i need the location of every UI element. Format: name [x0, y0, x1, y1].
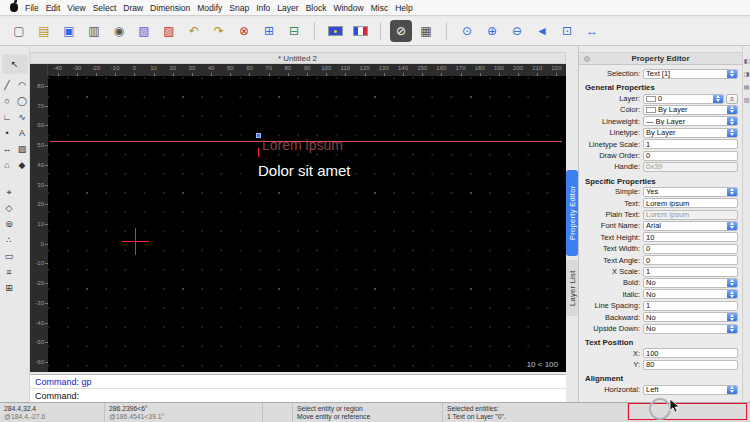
property-font-name-control[interactable]: Arial [643, 221, 738, 231]
property-text-height-control[interactable]: 10 [643, 232, 738, 242]
redo-button[interactable]: ↷ [208, 20, 230, 42]
menu-info[interactable]: Info [256, 3, 270, 13]
property-linetype-control[interactable]: By Layer [643, 128, 738, 138]
menu-edit[interactable]: Edit [46, 3, 61, 13]
shape-tools-button[interactable]: ⌂ [0, 158, 14, 173]
property-value: 0 [644, 244, 737, 253]
menu-modify[interactable]: Modify [197, 3, 222, 13]
dropdown-stepper-icon [727, 105, 737, 115]
tricolor-flag-button[interactable] [349, 20, 371, 42]
menu-layer[interactable]: Layer [277, 3, 298, 13]
property-text-control[interactable]: Lorem ipsum [643, 198, 738, 208]
property-simple-control[interactable]: Yes [643, 187, 738, 197]
menu-window[interactable]: Window [333, 3, 363, 13]
menu-misc[interactable]: Misc [371, 3, 388, 13]
grid-toggle-button[interactable]: ▦ [415, 20, 437, 42]
order-tools-button[interactable]: ≡ [2, 265, 16, 280]
menu-snap[interactable]: Snap [229, 3, 249, 13]
arc-tools-button[interactable]: ◠ [15, 78, 29, 93]
property-bold-control[interactable]: No [643, 278, 738, 288]
selection-handle[interactable] [256, 133, 261, 138]
modify-tools-button[interactable]: ◇ [2, 201, 16, 216]
previous-view-button[interactable]: ◄ [531, 20, 553, 42]
menu-file[interactable]: File [25, 3, 39, 13]
viewport-tools-button[interactable]: ▭ [2, 249, 16, 264]
property-draw-order-control[interactable]: 0 [643, 151, 738, 161]
dock-icon-3-icon[interactable]: ▤ [744, 84, 750, 90]
property-upside-down-control[interactable]: No [643, 324, 738, 334]
ruler-top-label: 10 [144, 64, 163, 76]
menu-select[interactable]: Select [93, 3, 117, 13]
snap-tools-button[interactable]: ⌖ [2, 185, 16, 200]
menu-view[interactable]: View [67, 3, 85, 13]
hatch-tool-button[interactable]: ▨ [15, 142, 29, 157]
menu-block[interactable]: Block [306, 3, 327, 13]
cut-button[interactable]: ⊗ [233, 20, 255, 42]
ruler-left-label: 10 [30, 214, 48, 234]
auto-zoom-button[interactable]: ⊙ [456, 20, 478, 42]
print-button[interactable]: ▥ [83, 20, 105, 42]
undo-button[interactable]: ↶ [183, 20, 205, 42]
save-file-button[interactable]: ▣ [58, 20, 80, 42]
ruler-top-label: 20 [163, 64, 182, 76]
copy-button[interactable]: ⊞ [258, 20, 280, 42]
open-file-button[interactable]: ▤ [33, 20, 55, 42]
info-tools-button[interactable]: ⊚ [2, 217, 16, 232]
selected-text-entity[interactable]: Lorem ipsum [262, 137, 343, 153]
property-color-control[interactable]: By Layer [643, 105, 738, 115]
selection-pointer-button[interactable]: ↖ [2, 54, 28, 74]
dimension-tools-button[interactable]: ↔ [0, 142, 14, 157]
dock-icon-1-icon[interactable]: ◧ [744, 58, 750, 64]
eu-flag-button[interactable] [324, 20, 346, 42]
property-value: 10 [644, 233, 737, 242]
point-tools-button[interactable]: • [0, 126, 14, 141]
auto-zoom-icon: ⊙ [462, 25, 472, 37]
property-text-angle-control[interactable]: 0 [643, 255, 738, 265]
misc-tools-button[interactable]: ⊞ [2, 281, 16, 296]
pan-button[interactable]: ↔ [581, 20, 603, 42]
dock-icon-2-icon[interactable]: ◨ [744, 71, 750, 77]
menu-help[interactable]: Help [395, 3, 412, 13]
property-backward-control[interactable]: No [643, 312, 738, 322]
text-tool-button[interactable]: A [15, 126, 29, 141]
block-tools-button[interactable]: ◆ [15, 158, 29, 173]
export-pdf-button[interactable]: ▨ [158, 20, 180, 42]
property-y-control[interactable]: 80 [643, 360, 738, 370]
drawing-canvas[interactable]: Lorem ipsum Dolor sit amet 10 < 100 [48, 76, 566, 372]
panel-close-button[interactable] [584, 56, 590, 62]
property-lineweight-control[interactable]: — By Layer [643, 116, 738, 126]
zoom-in-button[interactable]: ⊕ [481, 20, 503, 42]
line-tools-button[interactable]: ╱ [0, 78, 14, 93]
circle-tools-button[interactable]: ○ [0, 94, 14, 109]
property-label: Selection: [581, 69, 643, 78]
command-input[interactable]: Command: [30, 388, 566, 402]
print-preview-button[interactable]: ◉ [108, 20, 130, 42]
layer-list-menu-button[interactable]: ≡ [726, 94, 738, 104]
property-line-spacing-control[interactable]: 1 [643, 301, 738, 311]
menu-dimension[interactable]: Dimension [150, 3, 190, 13]
menu-draw[interactable]: Draw [123, 3, 143, 13]
property-layer-control[interactable]: 0 [643, 94, 724, 104]
polyline-tools-button[interactable]: ∟ [0, 110, 14, 125]
property-linetype-scale-control[interactable]: 1 [643, 139, 738, 149]
export-image-button[interactable]: ▧ [133, 20, 155, 42]
property-editor-tab[interactable]: Property Editor [566, 170, 578, 256]
restrict-off-button[interactable]: ⊘ [390, 20, 412, 42]
layer-list-tab[interactable]: Layer List [566, 260, 578, 316]
property-text-width-control[interactable]: 0 [643, 244, 738, 254]
zoom-out-button[interactable]: ⊖ [506, 20, 528, 42]
dock-icon-4-icon[interactable]: ▥ [744, 97, 750, 103]
zoom-window-button[interactable]: ⊡ [556, 20, 578, 42]
new-file-button[interactable]: ▢ [8, 20, 30, 42]
property-selection-control[interactable]: Text [1] [643, 69, 738, 79]
property-x-scale-control[interactable]: 1 [643, 267, 738, 277]
property-x-control[interactable]: 100 [643, 348, 738, 358]
apple-menu-icon[interactable] [10, 3, 18, 12]
ellipse-tools-button[interactable]: ◯ [15, 94, 29, 109]
spline-tools-button[interactable]: ∿ [15, 110, 29, 125]
property-horizontal-control[interactable]: Left [643, 385, 738, 395]
paste-button[interactable]: ⊟ [283, 20, 305, 42]
text-entity[interactable]: Dolor sit amet [258, 162, 351, 179]
isometric-tools-button[interactable]: ∴ [2, 233, 16, 248]
property-italic-control[interactable]: No [643, 289, 738, 299]
